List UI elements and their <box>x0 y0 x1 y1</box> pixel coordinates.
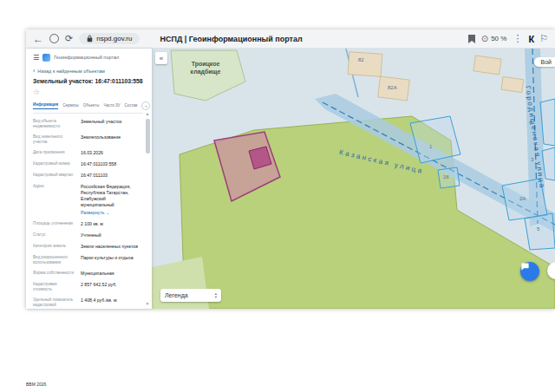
lock-icon <box>87 35 93 42</box>
scroll-down-arrow[interactable]: ▼ <box>144 301 151 306</box>
tab-information[interactable]: Информация <box>33 102 58 109</box>
cemetery-label-line1: Троицкое <box>178 61 233 69</box>
brand-label: Геоинформационный портал <box>54 55 119 60</box>
building[interactable] <box>348 52 382 77</box>
nspd-logo-icon <box>42 54 50 62</box>
parcel-number: 1 <box>429 144 432 149</box>
parcel-number: 4 <box>529 120 532 125</box>
tab-services[interactable]: Сервисы <box>62 103 79 109</box>
object-fields: Вид объекта недвижимости Земельный участ… <box>33 119 143 308</box>
sidebar-scrollbar[interactable]: ▲ ▼ <box>144 111 151 306</box>
field-label: Кадастровая стоимость <box>33 282 76 292</box>
field-label: Кадастровый квартал <box>33 173 76 179</box>
back-icon[interactable]: ← <box>33 34 43 44</box>
tab-parcel-parts[interactable]: Части ЗУ <box>103 103 120 109</box>
field-value: 2 857 642,52 руб. <box>81 282 138 292</box>
field-label: Площадь уточненная <box>33 221 76 227</box>
field-value: 16:47:011103 <box>81 173 138 179</box>
zoom-level: 50 % <box>491 35 506 42</box>
field-row: Вид разрешенного использования Парки кул… <box>33 255 138 265</box>
field-value: Муниципальная <box>81 271 138 277</box>
map-area[interactable]: Троицкое кладбище Казанская улица Городи… <box>152 49 555 309</box>
field-value: 16:47:011103:558 <box>81 161 138 167</box>
parcel-number: 3 <box>531 157 533 162</box>
address-expand-link[interactable]: Развернуть ⌄ <box>81 210 138 216</box>
zoom-icon: ⊙ <box>481 34 488 43</box>
field-label: Адрес <box>33 184 76 216</box>
legend-selector[interactable]: Легенда ▴▾ <box>160 289 221 302</box>
parcel-number: 82А <box>388 85 397 90</box>
field-row: Категория земель Земли населенных пункто… <box>33 244 138 250</box>
bookmark-icon[interactable] <box>468 35 475 43</box>
field-row: Дата присвоения 16.03.2026 <box>33 150 138 156</box>
menu-icon[interactable]: ⋮ <box>513 34 522 43</box>
hamburger-icon[interactable]: ☰ <box>33 54 39 62</box>
field-row: Кадастровый номер 16:47:011103:558 <box>33 161 138 167</box>
parcel-number: 16 <box>443 174 449 180</box>
page-content: ☰ Геоинформационный портал ‹ Назад к най… <box>26 49 555 309</box>
scroll-thumb[interactable] <box>146 119 150 154</box>
field-row: Вид объекта недвижимости Земельный участ… <box>33 119 138 129</box>
back-to-results-link[interactable]: ‹ Назад к найденным объектам <box>33 68 143 74</box>
favorite-star-icon[interactable]: ☆ <box>33 88 143 96</box>
tabs-scroll-arrow[interactable]: › <box>141 101 150 110</box>
url-text: nspd.gov.ru <box>96 35 132 42</box>
parcel-number: 82 <box>358 57 364 62</box>
field-value: Учтенный <box>81 232 138 238</box>
field-label: Категория земель <box>33 244 76 250</box>
browser-window: ← ⟳ nspd.gov.ru НСПД | Геоинформационный… <box>26 29 555 309</box>
field-row: Площадь уточненная 2 100 кв. м <box>33 221 138 227</box>
field-row: Форма собственности Муниципальная <box>33 271 138 277</box>
object-title: Земельный участок: 16:47:011103:558 <box>33 78 143 84</box>
login-button[interactable]: Вой <box>534 57 555 67</box>
field-value: Парки культуры и отдыха <box>81 255 138 265</box>
legend-label: Легенда <box>165 292 188 298</box>
refresh-icon[interactable]: ⟳ <box>65 34 73 43</box>
legend-spinner-icon[interactable]: ▴▾ <box>215 292 217 298</box>
flag-extension-icon[interactable]: ⚐ <box>539 34 548 43</box>
footer-watermark: ВВМ 2026 <box>26 382 46 387</box>
field-label: Кадастровый номер <box>33 161 76 167</box>
field-row: Статус Учтенный <box>33 232 138 238</box>
chat-icon <box>520 262 530 271</box>
field-label: Вид разрешенного использования <box>33 255 76 265</box>
browser-chrome: ← ⟳ nspd.gov.ru НСПД | Геоинформационный… <box>26 29 555 49</box>
zoom-indicator[interactable]: ⊙ 50 % <box>481 34 507 43</box>
brand-row: ☰ Геоинформационный портал <box>33 52 143 62</box>
screen: ← ⟳ nspd.gov.ru НСПД | Геоинформационный… <box>0 0 555 392</box>
parcel-number: 5 <box>537 226 539 232</box>
sidebar-panel: ☰ Геоинформационный портал ‹ Назад к най… <box>26 49 152 309</box>
tabs-bar: Информация Сервисы Объекты Части ЗУ Сост… <box>33 101 143 114</box>
map-canvas <box>152 49 555 309</box>
building[interactable] <box>473 56 501 75</box>
building[interactable] <box>501 76 524 92</box>
field-row-address: Адрес Российская Федерация, Республика Т… <box>33 184 138 216</box>
field-row: Вид земельного участка Землепользование <box>33 134 138 145</box>
field-value: Земли населенных пунктов <box>81 244 138 250</box>
page-title: НСПД | Геоинформационный портал <box>160 35 302 43</box>
scroll-up-arrow[interactable]: ▲ <box>144 111 151 116</box>
field-label: Форма собственности <box>33 271 76 277</box>
field-label: Удельный показатель кадастровой <box>33 297 76 308</box>
field-label: Статус <box>33 232 76 238</box>
field-value: 2 100 кв. м <box>81 221 138 227</box>
back-link-label: Назад к найденным объектам <box>37 69 105 74</box>
chevron-left-icon: ‹ <box>33 68 35 74</box>
chat-fab-button[interactable] <box>520 262 539 281</box>
field-label: Дата присвоения <box>33 150 76 156</box>
extension-icon-k[interactable]: К <box>528 34 533 44</box>
cemetery-label-line2: кладбище <box>178 69 233 76</box>
address-bar[interactable]: nspd.gov.ru <box>79 33 140 44</box>
field-value: Российская Федерация, Республика Татарст… <box>81 184 138 216</box>
field-label: Вид объекта недвижимости <box>33 119 76 129</box>
tab-objects[interactable]: Объекты <box>83 103 100 109</box>
profile-icon[interactable] <box>49 34 59 43</box>
field-row: Кадастровый квартал 16:47:011103 <box>33 173 138 179</box>
field-value: Землепользование <box>81 134 138 145</box>
cadastral-parcel[interactable] <box>525 213 555 250</box>
tab-composition[interactable]: Состав <box>125 103 138 109</box>
field-value: Земельный участок <box>81 119 138 129</box>
sidebar-collapse-button[interactable]: « <box>155 52 167 64</box>
field-row: Кадастровая стоимость 2 857 642,52 руб. <box>33 282 138 292</box>
field-label: Вид земельного участка <box>33 134 76 145</box>
